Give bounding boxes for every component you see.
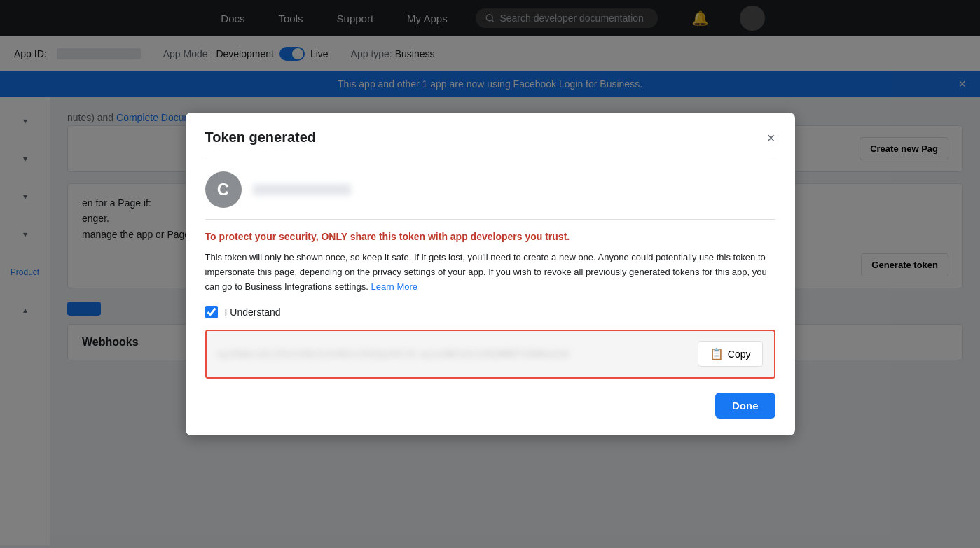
copy-icon: 📋 (710, 347, 724, 360)
modal-divider-top (205, 160, 775, 160)
understand-row: I Understand (205, 306, 775, 318)
user-avatar: C (205, 171, 242, 208)
modal-header: Token generated × (205, 129, 775, 146)
modal-close-button[interactable]: × (767, 131, 775, 145)
user-name-blurred (253, 184, 351, 195)
modal-footer: Done (205, 393, 775, 419)
token-copy-area: eyJhbGciOiJIUzI1NiIsInR5cCI6IkpXVCJ9.eyJ… (205, 330, 775, 379)
token-value: eyJhbGciOiJIUzI1NiIsInR5cCI6IkpXVCJ9.eyJ… (218, 349, 686, 359)
security-warning: To protect your security, ONLY share thi… (205, 231, 775, 242)
modal-backdrop[interactable]: Token generated × C To protect your secu… (0, 0, 980, 545)
learn-more-link[interactable]: Learn More (371, 281, 417, 292)
understand-label: I Understand (225, 307, 281, 318)
copy-label: Copy (728, 349, 751, 360)
token-description: This token will only be shown once, so k… (205, 251, 775, 294)
understand-checkbox[interactable] (205, 306, 218, 318)
modal-title: Token generated (205, 129, 317, 146)
copy-button[interactable]: 📋 Copy (698, 341, 763, 367)
token-modal: Token generated × C To protect your secu… (186, 113, 795, 435)
user-row: C (205, 171, 775, 220)
done-button[interactable]: Done (715, 393, 775, 419)
